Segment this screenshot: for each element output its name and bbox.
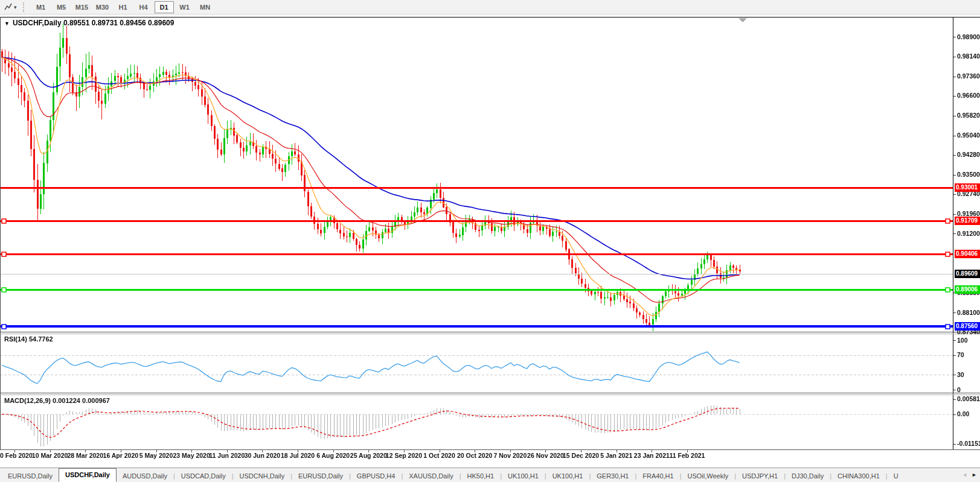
chart-tab-xauusd-daily[interactable]: XAUUSD,Daily (403, 471, 459, 482)
chart-cursor-icon[interactable] (2, 2, 13, 13)
chart-tab-china300-h1[interactable]: CHINA300,H1 (831, 471, 886, 482)
chart-tab-uk100-h1[interactable]: UK100,H1 (546, 471, 589, 482)
chart-tabs: EURUSD,DailyUSDCHF,DailyAUDUSD,Daily|USD… (2, 468, 905, 482)
mt4-window: ▾ M1M5M15M30H1H4D1W1MN ▼USDCHF,Daily 0.8… (0, 0, 980, 482)
chart-tab-dj30-daily[interactable]: DJ30,Daily (786, 471, 830, 482)
chart-tab-bar: EURUSD,DailyUSDCHF,DailyAUDUSD,Daily|USD… (0, 468, 980, 482)
chart-tab-usdcad-daily[interactable]: USDCAD,Daily (175, 471, 232, 482)
timeframe-button-d1[interactable]: D1 (155, 1, 174, 13)
chart-tab-audusd-daily[interactable]: AUDUSD,Daily (117, 471, 173, 482)
timeframe-button-h1[interactable]: H1 (114, 1, 133, 13)
chart-tab-eurusd-daily[interactable]: EURUSD,Daily (2, 471, 59, 482)
chevron-down-icon[interactable]: ▾ (14, 4, 17, 10)
timeframe-button-w1[interactable]: W1 (175, 1, 194, 13)
timeframe-toolbar: ▾ M1M5M15M30H1H4D1W1MN (0, 0, 980, 14)
timeframe-button-m5[interactable]: M5 (52, 1, 71, 13)
timeframe-button-h4[interactable]: H4 (134, 1, 153, 13)
chart-tab-fra40-h1[interactable]: FRA40,H1 (636, 471, 679, 482)
timeframe-button-m15[interactable]: M15 (72, 1, 92, 13)
chart-canvas[interactable] (0, 0, 980, 482)
chart-tab-uk100-h1[interactable]: UK100,H1 (502, 471, 545, 482)
tab-scroll-left-icon[interactable]: ◄ (962, 472, 967, 478)
tab-scroll-right-icon[interactable]: ► (972, 472, 977, 478)
chart-tab-ger30-h1[interactable]: GER30,H1 (591, 471, 635, 482)
tab-scroll-arrows: ◄ ► (962, 468, 980, 482)
chart-tab-u[interactable]: U (888, 471, 905, 482)
timeframe-button-mn[interactable]: MN (196, 1, 215, 13)
timeframe-button-m1[interactable]: M1 (31, 1, 51, 13)
chart-tab-usdjpy-h1[interactable]: USDJPY,H1 (736, 471, 784, 482)
chart-tab-usdchf-daily[interactable]: USDCHF,Daily (59, 468, 117, 482)
chart-tab-eurusd-daily[interactable]: EURUSD,Daily (292, 471, 349, 482)
chart-tab-usoil-weekly[interactable]: USOil,Weekly (682, 471, 735, 482)
toolbar-grip-handle[interactable] (23, 2, 26, 12)
timeframe-buttons: M1M5M15M30H1H4D1W1MN (31, 1, 216, 13)
timeframe-button-m30[interactable]: M30 (93, 1, 112, 13)
chart-tab-gbpusd-h4[interactable]: GBPUSD,H4 (351, 471, 402, 482)
chart-tab-hk50-h1[interactable]: HK50,H1 (461, 471, 501, 482)
chart-tab-usdcnh-daily[interactable]: USDCNH,Daily (234, 471, 291, 482)
